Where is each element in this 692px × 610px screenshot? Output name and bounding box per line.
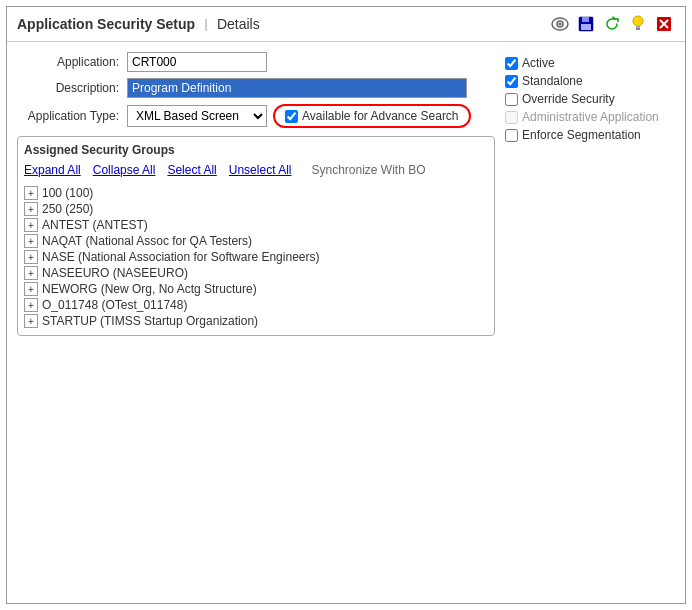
standalone-row: Standalone [505,74,675,88]
main-container: Application Security Setup | Details [6,6,686,604]
standalone-checkbox[interactable] [505,75,518,88]
description-input[interactable] [127,78,467,98]
override-security-label: Override Security [522,92,615,106]
expand-icon-250[interactable]: + [24,202,38,216]
visibility-icon[interactable] [549,13,571,35]
svg-rect-8 [636,28,640,30]
save-icon[interactable] [575,13,597,35]
bulb-icon[interactable] [627,13,649,35]
list-item: + NEWORG (New Org, No Actg Structure) [24,281,488,297]
admin-app-row: Administrative Application [505,110,675,124]
expand-icon-o011748[interactable]: + [24,298,38,312]
title-divider: | [201,17,211,31]
advance-search-container: Available for Advance Search [273,104,471,128]
list-item: + O_011748 (OTest_011748) [24,297,488,313]
admin-app-checkbox[interactable] [505,111,518,124]
expand-icon-100[interactable]: + [24,186,38,200]
active-checkbox[interactable] [505,57,518,70]
list-item: + ANTEST (ANTEST) [24,217,488,233]
page-subtitle: Details [217,16,260,32]
security-groups-list: + 100 (100) + 250 (250) + ANTEST (ANTEST… [24,185,488,329]
application-input[interactable] [127,52,267,72]
advance-search-label: Available for Advance Search [302,109,459,123]
description-label: Description: [17,81,127,95]
right-panel: Active Standalone Override Security Admi… [505,52,675,593]
expand-icon-antest[interactable]: + [24,218,38,232]
group-label-startup: STARTUP (TIMSS Startup Organization) [42,314,258,328]
admin-app-label: Administrative Application [522,110,659,124]
expand-icon-nase[interactable]: + [24,250,38,264]
standalone-label: Standalone [522,74,583,88]
security-groups-title: Assigned Security Groups [24,143,488,157]
svg-point-2 [559,23,562,26]
enforce-seg-checkbox[interactable] [505,129,518,142]
main-content: Application: Description: Application Ty… [7,42,685,603]
svg-rect-5 [581,24,591,30]
description-row: Description: [17,78,495,98]
override-security-row: Override Security [505,92,675,106]
application-row: Application: [17,52,495,72]
expand-icon-neworg[interactable]: + [24,282,38,296]
select-all-link[interactable]: Select All [167,163,216,177]
svg-point-6 [633,16,643,26]
list-item: + NASE (National Association for Softwar… [24,249,488,265]
application-type-row: Application Type: XML Based Screen Stand… [17,104,495,128]
page-title: Application Security Setup [17,16,195,32]
group-label-antest: ANTEST (ANTEST) [42,218,148,232]
group-label-o011748: O_011748 (OTest_011748) [42,298,187,312]
title-area: Application Security Setup | Details [17,16,260,32]
close-icon[interactable] [653,13,675,35]
expand-icon-startup[interactable]: + [24,314,38,328]
action-links: Expand All Collapse All Select All Unsel… [24,163,488,177]
group-label-250: 250 (250) [42,202,93,216]
svg-rect-7 [636,26,640,28]
expand-icon-naqat[interactable]: + [24,234,38,248]
synchronize-text: Synchronize With BO [311,163,425,177]
unselect-all-link[interactable]: Unselect All [229,163,292,177]
enforce-seg-row: Enforce Segmentation [505,128,675,142]
application-type-label: Application Type: [17,109,127,123]
left-panel: Application: Description: Application Ty… [17,52,495,593]
expand-icon-naseeuro[interactable]: + [24,266,38,280]
refresh-icon[interactable] [601,13,623,35]
active-row: Active [505,56,675,70]
collapse-all-link[interactable]: Collapse All [93,163,156,177]
list-item: + STARTUP (TIMSS Startup Organization) [24,313,488,329]
group-label-100: 100 (100) [42,186,93,200]
group-label-naqat: NAQAT (National Assoc for QA Testers) [42,234,252,248]
group-label-naseeuro: NASEEURO (NASEEURO) [42,266,188,280]
advance-search-checkbox[interactable] [285,110,298,123]
application-type-select[interactable]: XML Based Screen Standard Screen Report [127,105,267,127]
group-label-neworg: NEWORG (New Org, No Actg Structure) [42,282,257,296]
application-label: Application: [17,55,127,69]
list-item: + NAQAT (National Assoc for QA Testers) [24,233,488,249]
security-groups-section: Assigned Security Groups Expand All Coll… [17,136,495,336]
group-label-nase: NASE (National Association for Software … [42,250,319,264]
list-item: + 250 (250) [24,201,488,217]
expand-all-link[interactable]: Expand All [24,163,81,177]
override-security-checkbox[interactable] [505,93,518,106]
enforce-seg-label: Enforce Segmentation [522,128,641,142]
svg-rect-4 [582,17,589,22]
title-bar: Application Security Setup | Details [7,7,685,42]
toolbar [549,13,675,35]
active-label: Active [522,56,555,70]
list-item: + 100 (100) [24,185,488,201]
list-item: + NASEEURO (NASEEURO) [24,265,488,281]
